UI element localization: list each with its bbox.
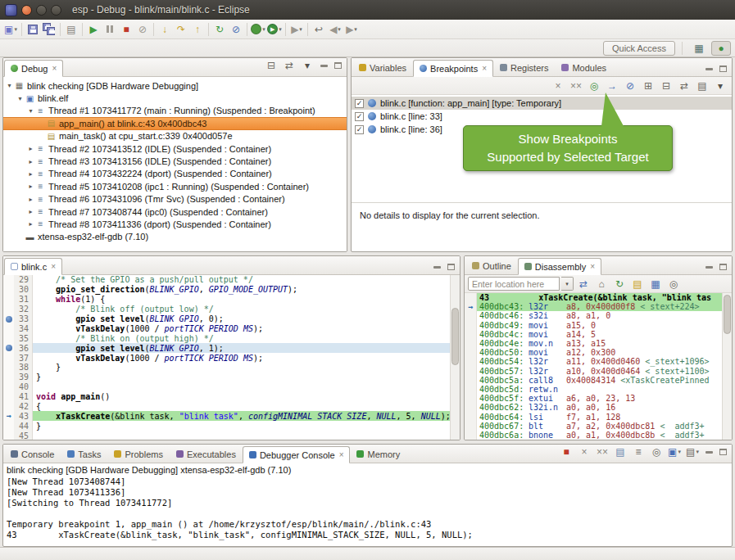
tree-expander-icon[interactable]: ▸	[26, 196, 35, 203]
tree-expander-icon[interactable]: ▾	[5, 82, 14, 89]
editor-code-line[interactable]: /* Blink on (output high) */	[33, 333, 450, 343]
minimize-view-button[interactable]	[703, 262, 715, 272]
save-icon[interactable]	[25, 21, 41, 38]
editor-tab-blink-c[interactable]: blink.c×	[4, 258, 62, 275]
editor-marker-gutter[interactable]	[3, 343, 14, 353]
editor-code-line[interactable]: vTaskDelay(1000 / portTICK_PERIOD_MS);	[33, 323, 450, 333]
disassembly-row[interactable]: 400dbc6a:bnonea0, a1, 0x400dbc8b <__addf…	[465, 431, 722, 440]
debug-tree-item[interactable]: ▾▣blink.elf	[3, 92, 347, 104]
debug-tree-item[interactable]: ▸≡Thread #5 1073410208 (ipc1 : Running) …	[3, 180, 347, 192]
debug-tree-item[interactable]: ▸≡Thread #4 1073432224 (dport) (Suspende…	[3, 168, 347, 180]
tree-expander-icon[interactable]: ▸	[26, 208, 35, 215]
suspend-icon[interactable]	[102, 21, 118, 38]
disassembly-row[interactable]: 400dbc5a:call80x40084314 <xTaskCreatePin…	[465, 376, 722, 385]
console-tab-problems[interactable]: Problems	[107, 445, 169, 463]
editor-code-line[interactable]: /* Blink off (output low) */	[33, 305, 450, 314]
window-minimize-button[interactable]	[36, 5, 47, 16]
debug-tree-item[interactable]: ▾▦blink checking [GDB Hardware Debugging…	[3, 79, 347, 92]
disassembly-row[interactable]: 400dbc50:movia12, 0x300	[465, 348, 722, 357]
disassembly-tab-outline[interactable]: Outline	[465, 257, 518, 274]
disassembly-row[interactable]: 400dbc64:lsif7, a1, 128	[465, 412, 722, 421]
editor-code-line[interactable]: /* Set the GPIO as a push/pull output */	[33, 275, 450, 285]
pin-view-icon[interactable]: ◎	[665, 276, 682, 292]
remove-all-launches-icon[interactable]: ××	[594, 444, 610, 460]
save-all-icon[interactable]	[41, 21, 57, 38]
disassembly-row[interactable]: 43 xTaskCreate(&blink_task, "blink_tas	[465, 293, 722, 302]
tree-expander-icon[interactable]: ▾	[26, 107, 35, 115]
editor-scrollbar-thumb[interactable]	[451, 308, 459, 365]
tree-expander-icon[interactable]: ▸	[26, 170, 35, 178]
maximize-view-button[interactable]	[445, 262, 456, 272]
debug-tree-item[interactable]: ▸≡Thread #3 1073413156 (IDLE) (Suspended…	[3, 155, 347, 167]
editor-code-line[interactable]: vTaskDelay(1000 / portTICK_PERIOD_MS);	[33, 353, 450, 363]
breakpoint-checkbox[interactable]: ✓	[355, 99, 364, 108]
editor-marker-gutter[interactable]	[3, 392, 14, 402]
tree-expander-icon[interactable]: ▸	[26, 183, 35, 190]
editor-code-line[interactable]: while(1) {	[33, 295, 450, 305]
editor-marker-gutter[interactable]	[3, 285, 14, 295]
editor-marker-gutter[interactable]	[3, 314, 14, 324]
editor-marker-gutter[interactable]	[3, 323, 14, 333]
editor-code-line[interactable]: {	[33, 402, 450, 412]
window-close-button[interactable]	[21, 5, 32, 16]
resume-icon[interactable]: ▶	[85, 21, 102, 38]
disassembly-scrollbar-thumb[interactable]	[724, 295, 731, 334]
editor-marker-gutter[interactable]	[3, 402, 14, 412]
debug-tree-item[interactable]: ▤main_task() at cpu_start.c:339 0x400d05…	[3, 130, 347, 142]
editor-code-line[interactable]: }	[33, 373, 450, 382]
collapse-all-icon[interactable]: ⊟	[658, 78, 674, 94]
disassembly-row[interactable]: 400dbc5f:extuia6, a0, 23, 13	[465, 394, 722, 403]
debug-tree-item[interactable]: ▤app_main() at blink.c:43 0x400dbc43	[3, 117, 347, 129]
editor-marker-gutter[interactable]	[3, 431, 14, 440]
open-console-icon[interactable]: ▤▾	[684, 444, 701, 460]
pin-console-icon[interactable]: ◎	[648, 444, 665, 460]
sync-selection-icon[interactable]: ⇄	[575, 276, 592, 292]
code-editor[interactable]: 29 /* Set the GPIO as a push/pull output…	[3, 275, 450, 440]
expand-all-icon[interactable]: ⊞	[640, 78, 656, 94]
debug-icon[interactable]: ▾	[250, 21, 266, 38]
maximize-view-button[interactable]	[717, 262, 728, 272]
disassembly-row[interactable]: 400dbc5d:retw.n	[465, 385, 722, 394]
skip-all-breakpoints-icon[interactable]: ⊘	[622, 78, 638, 94]
debug-perspective-button[interactable]: ●	[711, 41, 731, 56]
editor-code-line[interactable]: gpio_set_level(BLINK_GPIO, 0);	[33, 314, 450, 324]
disassembly-row[interactable]: →400dbc43:l32ra8, 0x400d00f8 <_stext+224…	[465, 302, 722, 311]
editor-code-line[interactable]	[33, 382, 450, 392]
debug-tree-item[interactable]: ▸≡Thread #2 1073413512 (IDLE) (Suspended…	[3, 142, 347, 155]
disassembly-row[interactable]: 400dbc49:movia15, 0	[465, 321, 722, 330]
editor-scrollbar[interactable]	[450, 275, 460, 440]
home-icon[interactable]: ⌂	[593, 276, 610, 292]
maximize-view-button[interactable]	[717, 64, 728, 74]
disassembly-scrollbar[interactable]	[722, 293, 732, 440]
breakpoint-item[interactable]: ✓blink.c [line: 33]	[352, 110, 732, 123]
tree-expander-icon[interactable]: ▸	[26, 145, 35, 152]
location-input[interactable]: Enter location here	[468, 277, 560, 291]
external-tools-icon[interactable]: ▶▾	[288, 21, 305, 38]
display-console-icon[interactable]: ▣▾	[666, 444, 683, 460]
editor-marker-gutter[interactable]	[3, 363, 14, 373]
disconnect-icon[interactable]: ⊘	[134, 21, 151, 38]
maximize-view-button[interactable]	[717, 447, 728, 457]
show-breakpoints-for-target-icon[interactable]: ◎	[586, 78, 602, 94]
tree-expander-icon[interactable]: ▸	[26, 158, 35, 165]
disassembly-row[interactable]: 400dbc46:s32ia8, a1, 0	[465, 311, 722, 320]
editor-code-line[interactable]: gpio_set_direction(BLINK_GPIO, GPIO_MODE…	[33, 285, 450, 295]
scroll-lock-icon[interactable]: ≡	[630, 444, 647, 460]
remove-breakpoint-icon[interactable]: ×	[550, 78, 566, 94]
run-icon[interactable]: ▶▾	[266, 21, 283, 38]
restart-icon[interactable]: ↻	[211, 21, 228, 38]
console-tab-executables[interactable]: Executables	[170, 445, 243, 463]
disassembly-row[interactable]: 400dbc62:l32i.na0, a0, 16	[465, 403, 722, 412]
disassembly-content[interactable]: 43 xTaskCreate(&blink_task, "blink_tas→4…	[465, 293, 722, 440]
location-dropdown-icon[interactable]	[561, 277, 574, 291]
view-menu-icon[interactable]: ▾	[299, 57, 315, 74]
editor-code-line[interactable]	[33, 431, 450, 440]
console-tab-tasks[interactable]: Tasks	[61, 445, 107, 463]
console-tab-console[interactable]: Console	[4, 445, 61, 463]
link-with-icon[interactable]: ⇄	[281, 57, 297, 74]
tree-expander-icon[interactable]: ▾	[16, 95, 25, 102]
breakpoints-tab-modules[interactable]: Modules	[555, 59, 613, 76]
editor-code-line[interactable]: }	[33, 421, 450, 431]
quick-access-button[interactable]: Quick Access	[603, 41, 675, 56]
editor-code-line[interactable]: void app_main()	[33, 392, 450, 402]
